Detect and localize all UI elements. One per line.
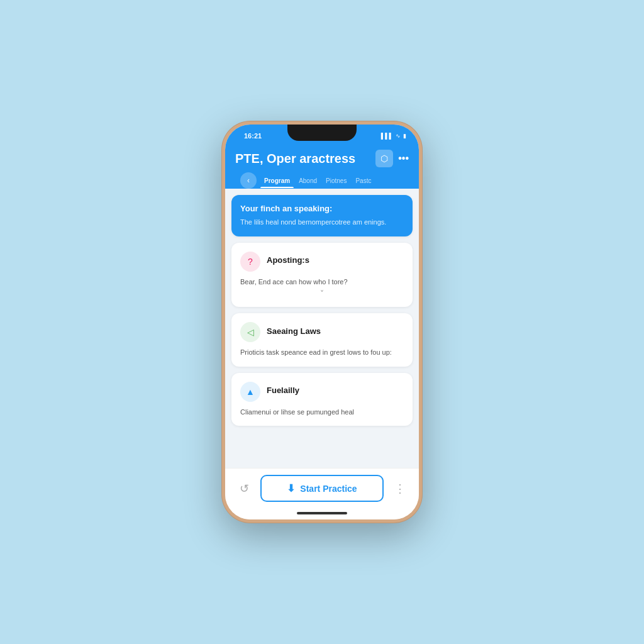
fuelailly-body: Cliamenui or lihse se pumunged heal bbox=[240, 407, 404, 418]
header-icons: ⬡ ••• bbox=[375, 150, 409, 167]
battery-icon: ▮ bbox=[403, 133, 406, 139]
start-practice-button[interactable]: ⬇ Start Practice bbox=[260, 475, 384, 502]
bottom-bar: ↺ ⬇ Start Practice ⋮ bbox=[225, 468, 419, 508]
intro-card-title: Your finch an speaking: bbox=[240, 204, 404, 213]
more-options-button[interactable]: ⋮ bbox=[390, 479, 410, 499]
phone-device: 16:21 ▌▌▌ ∿ ▮ PTE, Oper aractress ⬡ ••• … bbox=[221, 121, 423, 523]
tab-piotnes[interactable]: Piotnes bbox=[322, 174, 350, 188]
main-content: Your finch an speaking: The lilis heal n… bbox=[225, 189, 419, 468]
hex-icon[interactable]: ⬡ bbox=[375, 150, 393, 167]
tab-abond[interactable]: Abond bbox=[295, 174, 321, 188]
fuelailly-card: ▲ Fuelailly Cliamenui or lihse se pumung… bbox=[231, 373, 413, 426]
phone-screen: 16:21 ▌▌▌ ∿ ▮ PTE, Oper aractress ⬡ ••• … bbox=[225, 125, 419, 519]
intro-card-body: The lilis heal nond bernompercotree am e… bbox=[240, 217, 404, 228]
tab-bar: ‹ Program Abond Piotnes Pastc bbox=[235, 172, 409, 189]
aposting-card: ? Aposting:s Bear, End ace can how who I… bbox=[231, 243, 413, 308]
tab-program[interactable]: Program bbox=[260, 174, 294, 188]
notch bbox=[287, 125, 357, 141]
fuelailly-icon: ▲ bbox=[240, 382, 260, 402]
more-menu-icon[interactable]: ••• bbox=[398, 153, 409, 164]
refresh-button[interactable]: ↺ bbox=[234, 479, 254, 499]
app-header: PTE, Oper aractress ⬡ ••• ‹ Program Abon… bbox=[225, 145, 419, 189]
home-indicator bbox=[225, 508, 419, 519]
status-icons: ▌▌▌ ∿ ▮ bbox=[381, 133, 406, 139]
status-time: 16:21 bbox=[238, 132, 262, 140]
signal-icon: ▌▌▌ bbox=[381, 133, 393, 139]
aposting-title: Aposting:s bbox=[267, 255, 309, 265]
saeaing-title: Saeaing Laws bbox=[267, 326, 321, 336]
start-practice-label: Start Practice bbox=[300, 484, 357, 494]
start-practice-icon: ⬇ bbox=[287, 482, 295, 494]
tab-pastc[interactable]: Pastc bbox=[352, 174, 375, 188]
app-title: PTE, Oper aractress bbox=[235, 152, 375, 166]
back-button[interactable]: ‹ bbox=[240, 172, 257, 189]
aposting-body: Bear, End ace can how who I tore? bbox=[240, 277, 404, 287]
wifi-icon: ∿ bbox=[396, 133, 401, 139]
aposting-icon: ? bbox=[240, 252, 260, 272]
saeaing-icon: ◁ bbox=[240, 322, 260, 342]
saeaing-body: Prioticis task speance ead in grest lows… bbox=[240, 347, 404, 358]
saeaing-card: ◁ Saeaing Laws Prioticis task speance ea… bbox=[231, 313, 413, 367]
intro-card: Your finch an speaking: The lilis heal n… bbox=[231, 195, 413, 236]
fuelailly-title: Fuelailly bbox=[267, 386, 299, 395]
home-bar bbox=[297, 512, 347, 514]
chevron-down-icon[interactable]: ˅ bbox=[240, 289, 404, 298]
